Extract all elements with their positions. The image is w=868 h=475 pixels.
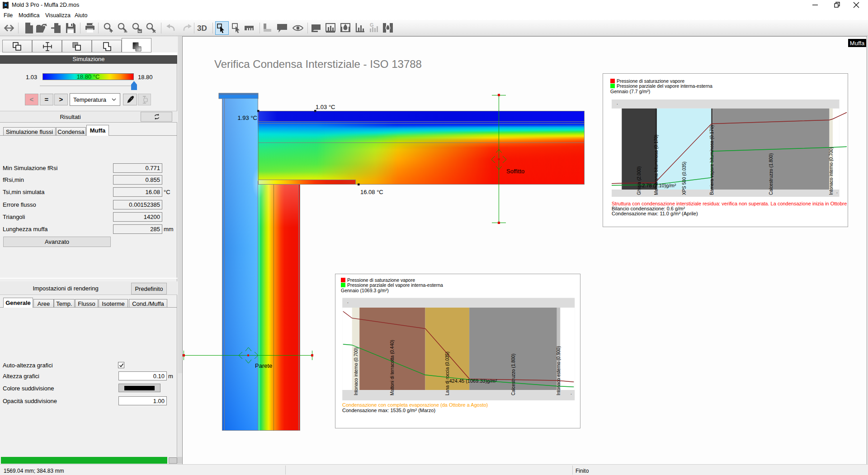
- svg-text:Calcestruzzo (1.800): Calcestruzzo (1.800): [769, 153, 774, 195]
- svg-text:Intonaco interno (0.700): Intonaco interno (0.700): [354, 347, 359, 395]
- svg-text:1.93 °C: 1.93 °C: [237, 114, 257, 121]
- svg-text:XPS 500 (0.035): XPS 500 (0.035): [682, 162, 687, 195]
- svg-text:Intonaco esterno (0.900): Intonaco esterno (0.900): [556, 346, 561, 395]
- svg-text:16.08 °C: 16.08 °C: [360, 189, 383, 195]
- svg-text:1.03 °C: 1.03 °C: [316, 104, 335, 110]
- svg-text:Lana di roccia (0.035): Lana di roccia (0.035): [445, 352, 450, 395]
- svg-text:Parete: Parete: [255, 362, 272, 369]
- svg-text:.: .: [571, 390, 572, 395]
- svg-text:Mattoni di terracotta (0.440): Mattoni di terracotta (0.440): [390, 340, 395, 395]
- svg-text:Barriera vapore bituminosa (0.: Barriera vapore bituminosa (0.170): [709, 125, 714, 195]
- svg-text:Ghiaia (2.000): Ghiaia (2.000): [637, 166, 642, 195]
- svg-text:.: .: [347, 299, 349, 304]
- svg-text:Intonaco interno (0.700): Intonaco interno (0.700): [829, 147, 834, 195]
- svg-text:-2.78 (7.10)g/m²: -2.78 (7.10)g/m²: [641, 183, 676, 188]
- svg-text:Soffitto: Soffitto: [506, 168, 524, 175]
- svg-text:424.45 (1069.33)g/m²: 424.45 (1069.33)g/m²: [449, 378, 497, 384]
- svg-text:Calcestruzzo (1.800): Calcestruzzo (1.800): [511, 354, 516, 395]
- svg-text:.: .: [617, 100, 618, 105]
- svg-text:.: .: [836, 189, 838, 194]
